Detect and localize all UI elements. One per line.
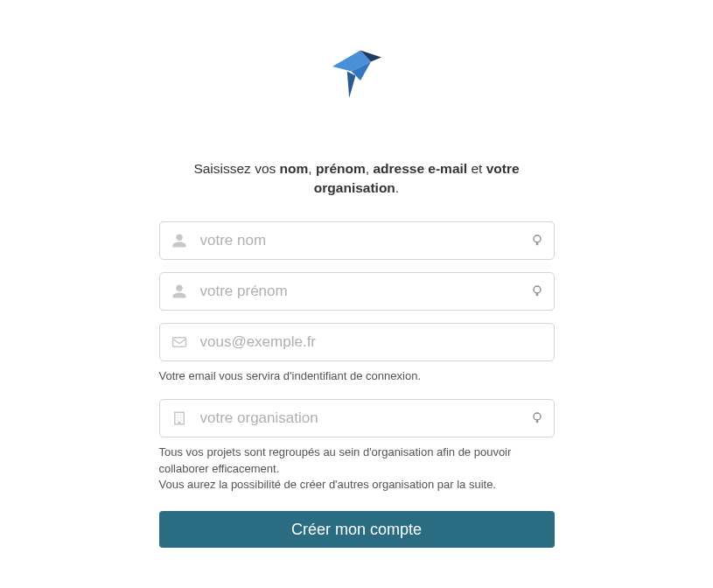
email-input[interactable] <box>159 323 555 361</box>
building-icon <box>171 410 187 426</box>
password-manager-icon[interactable] <box>530 234 544 248</box>
bird-logo-icon <box>322 42 392 112</box>
intro-prenom: prénom <box>316 161 366 176</box>
email-hint: Votre email vous servira d'indentifiant … <box>159 368 555 385</box>
email-field-wrap <box>159 323 555 361</box>
intro-text: Saisissez vos nom, prénom, adresse e-mai… <box>159 159 555 199</box>
signup-form: Saisissez vos nom, prénom, adresse e-mai… <box>159 159 555 588</box>
lastname-input[interactable] <box>159 221 555 260</box>
lastname-field-wrap <box>159 221 555 260</box>
organisation-input[interactable] <box>159 399 555 438</box>
user-icon <box>171 284 187 299</box>
password-manager-icon[interactable] <box>530 284 544 298</box>
organisation-hint: Tous vos projets sont regroupés au sein … <box>159 444 555 494</box>
password-manager-icon[interactable] <box>530 411 544 425</box>
firstname-input[interactable] <box>159 272 555 311</box>
intro-prefix: Saisissez vos <box>193 161 279 176</box>
create-account-button[interactable]: Créer mon compte <box>159 511 555 548</box>
organisation-field-wrap <box>159 399 555 438</box>
firstname-field-wrap <box>159 272 555 311</box>
svg-point-5 <box>534 286 541 293</box>
intro-email: adresse e-mail <box>373 161 467 176</box>
intro-nom: nom <box>280 161 309 176</box>
svg-point-4 <box>534 235 541 242</box>
svg-point-8 <box>534 413 541 420</box>
logo <box>322 42 392 116</box>
svg-marker-3 <box>346 72 355 98</box>
svg-rect-6 <box>172 338 185 347</box>
mail-icon <box>171 334 187 350</box>
user-icon <box>171 233 187 248</box>
